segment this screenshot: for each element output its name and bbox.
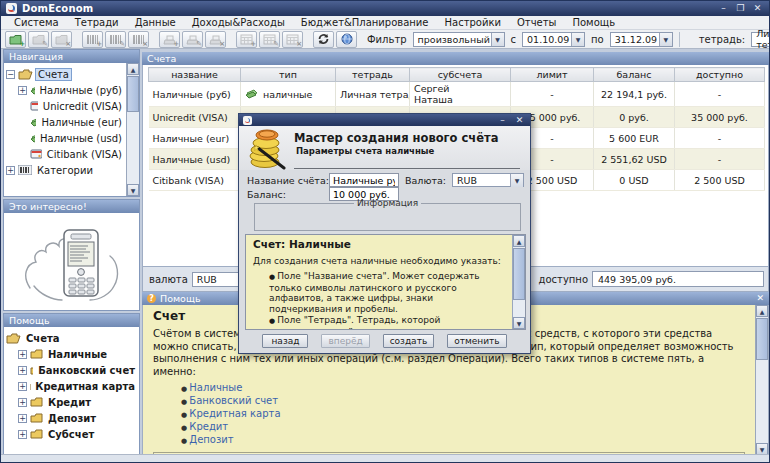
category-delete-button[interactable]: × <box>128 31 149 48</box>
plan-add-button[interactable]: + <box>236 31 257 48</box>
plan-edit-button[interactable]: ✎ <box>259 31 280 48</box>
expand-icon[interactable]: + <box>18 382 27 391</box>
menu-income-expenses[interactable]: Доходы&Расходы <box>184 16 293 29</box>
menu-reports[interactable]: Отчеты <box>509 16 564 29</box>
minimize-icon[interactable]: – <box>496 115 509 125</box>
create-button[interactable]: создать <box>383 334 435 348</box>
column-header[interactable]: доступно <box>675 68 765 82</box>
chevron-down-icon[interactable]: ▼ <box>510 174 523 187</box>
accounts-panel-header: Счета <box>142 52 769 65</box>
close-icon[interactable]: ✕ <box>756 294 764 303</box>
column-header[interactable]: тип <box>241 68 336 82</box>
help-tree-item[interactable]: + Кредит <box>18 394 137 410</box>
scroll-down-icon[interactable]: ▼ <box>127 184 139 196</box>
menu-notebooks[interactable]: Тетради <box>67 16 127 29</box>
dialog-help-scrollbar[interactable]: ▲ ▼ <box>512 235 525 329</box>
menu-data[interactable]: Данные <box>127 16 184 29</box>
close-icon[interactable]: ✕ <box>751 3 764 14</box>
chevron-down-icon[interactable]: ▼ <box>659 33 672 46</box>
help-tree-item[interactable]: + Наличные <box>18 346 137 362</box>
plan-delete-button[interactable]: × <box>282 31 303 48</box>
collapse-icon[interactable]: − <box>6 70 15 79</box>
operation-delete-button[interactable]: × <box>205 31 226 48</box>
date-to-select[interactable]: 31.12.09 ▼ <box>610 32 673 47</box>
account-edit-button[interactable]: ✎ <box>28 31 49 48</box>
expand-icon[interactable]: + <box>18 86 27 95</box>
cell-subaccount: Наташа <box>414 94 506 105</box>
column-header[interactable]: название <box>149 68 241 82</box>
menu-system[interactable]: Система <box>6 16 67 29</box>
link-deposit[interactable]: Депозит <box>189 434 233 445</box>
operation-edit-button[interactable]: ✎ <box>182 31 203 48</box>
minimize-icon[interactable]: – <box>717 3 730 14</box>
expand-icon[interactable]: + <box>18 430 27 439</box>
table-row[interactable]: Наличные (руб) наличные Личная тетрадь С… <box>149 82 765 107</box>
category-edit-button[interactable]: ✎ <box>105 31 126 48</box>
link-credit[interactable]: Кредит <box>189 421 228 432</box>
help-tree-item[interactable]: + Кредитная карта <box>18 378 137 394</box>
scroll-thumb[interactable] <box>513 248 525 300</box>
tree-node-account[interactable]: + Наличные (руб) <box>18 82 124 98</box>
column-header[interactable]: тетрадь <box>336 68 410 82</box>
help-tree-item[interactable]: + Банковский счет <box>18 362 137 378</box>
menu-settings[interactable]: Настройки <box>437 16 509 29</box>
currency-rates-button[interactable] <box>336 31 357 48</box>
chevron-down-icon[interactable]: ▼ <box>571 33 584 46</box>
help-scrollbar[interactable]: ▲ ▼ <box>755 305 768 455</box>
chevron-down-icon[interactable]: ▼ <box>491 33 504 46</box>
tree-node-accounts[interactable]: − Счета <box>6 66 124 82</box>
category-add-button[interactable]: + <box>82 31 103 48</box>
scroll-down-icon[interactable]: ▼ <box>513 317 525 329</box>
account-add-button[interactable]: + <box>5 31 26 48</box>
navigation-panel: Навигация − Счета + Наличные (руб) Unicr… <box>3 49 140 197</box>
forward-button[interactable]: вперёд <box>321 334 369 348</box>
tree-label: Наличные (руб) <box>38 85 124 96</box>
refresh-button[interactable] <box>313 31 334 48</box>
close-icon[interactable]: ✕ <box>513 115 526 125</box>
navigation-scrollbar[interactable]: ▲ ▼ <box>126 63 139 196</box>
help-tree-item[interactable]: + Субсчет <box>18 426 137 442</box>
expand-icon[interactable]: + <box>18 414 27 423</box>
tree-label: Категории <box>35 165 95 176</box>
tree-node-account[interactable]: Unicredit (VISA) <box>30 98 124 114</box>
link-cash[interactable]: Наличные <box>189 382 242 393</box>
expand-icon[interactable]: + <box>18 350 27 359</box>
operation-add-button[interactable]: + <box>159 31 180 48</box>
link-bank-account[interactable]: Банковский счет <box>189 395 278 406</box>
tree-node-account[interactable]: Наличные (eur) <box>30 114 124 130</box>
back-button[interactable]: назад <box>262 334 308 348</box>
scroll-thumb[interactable] <box>127 76 139 112</box>
link-credit-card[interactable]: Кредитная карта <box>189 408 280 419</box>
plus-badge-icon: + <box>173 41 179 48</box>
scroll-up-icon[interactable]: ▲ <box>127 63 139 75</box>
tree-node-account[interactable]: Наличные (usd) <box>30 130 124 146</box>
expand-icon[interactable]: + <box>6 166 15 175</box>
account-delete-button[interactable]: × <box>51 31 72 48</box>
tree-node-categories[interactable]: + Категории <box>6 162 124 178</box>
filter-period-select[interactable]: произвольный ▼ <box>413 32 505 47</box>
scroll-thumb[interactable] <box>756 318 768 360</box>
cancel-button[interactable]: отменить <box>447 334 506 348</box>
available-total-field[interactable]: 449 395,09 руб. <box>592 271 764 287</box>
help-tree-item[interactable]: + Депозит <box>18 410 137 426</box>
account-name-input[interactable] <box>329 173 399 187</box>
expand-icon[interactable]: + <box>18 398 27 407</box>
tree-label: Наличные <box>46 349 109 360</box>
expand-icon[interactable]: + <box>18 366 27 375</box>
help-tree-panel-header: Помощь <box>4 314 139 327</box>
column-header[interactable]: субсчета <box>410 68 511 82</box>
column-header[interactable]: баланс <box>594 68 675 82</box>
menu-budget-planning[interactable]: Бюджет&Планирование <box>293 16 437 29</box>
date-from-select[interactable]: 01.10.09 ▼ <box>522 32 585 47</box>
help-tree-root[interactable]: Счета <box>6 330 137 346</box>
restore-icon[interactable]: ❐ <box>734 3 747 14</box>
open-folder-icon <box>6 333 21 344</box>
java-app-icon <box>6 3 17 14</box>
scroll-up-icon[interactable]: ▲ <box>513 235 525 247</box>
menu-help[interactable]: Помощь <box>564 16 623 29</box>
column-header[interactable]: лимит <box>511 68 594 82</box>
notebook-select[interactable]: Личная тетр... ▼ <box>751 32 770 47</box>
tree-node-account[interactable]: Citibank (VISA) <box>30 146 124 162</box>
scroll-up-icon[interactable]: ▲ <box>756 305 768 317</box>
currency-select[interactable]: RUB ▼ <box>452 173 524 187</box>
